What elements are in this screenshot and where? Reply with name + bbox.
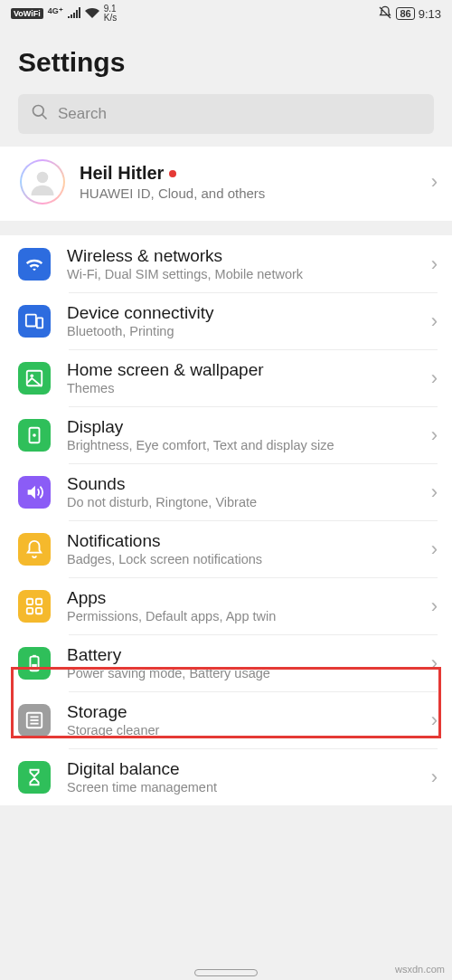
row-title: Wireless & networks <box>67 246 415 266</box>
clock: 9:13 <box>419 7 441 21</box>
search-placeholder: Search <box>58 105 107 123</box>
display-icon <box>18 419 51 452</box>
dnd-icon <box>378 5 392 23</box>
svg-rect-10 <box>36 598 42 604</box>
picture-icon <box>18 362 51 395</box>
svg-point-0 <box>33 105 44 116</box>
settings-row-digital[interactable]: Digital balanceScreen time management› <box>0 748 452 805</box>
wifi-icon <box>18 248 51 281</box>
sound-icon <box>18 476 51 509</box>
notification-dot-icon <box>169 170 176 177</box>
svg-rect-5 <box>27 370 42 385</box>
row-subtitle: Do not disturb, Ringtone, Vibrate <box>67 495 415 509</box>
row-title: Digital balance <box>67 759 415 779</box>
vowifi-badge: VoWiFi <box>11 8 43 19</box>
settings-row-notif[interactable]: NotificationsBadges, Lock screen notific… <box>0 520 452 577</box>
settings-row-devconn[interactable]: Device connectivityBluetooth, Printing› <box>0 292 452 349</box>
svg-rect-4 <box>37 318 42 328</box>
chevron-right-icon: › <box>431 252 438 276</box>
search-input[interactable]: Search <box>18 94 434 134</box>
row-title: Apps <box>67 588 415 608</box>
battery-icon <box>18 647 51 680</box>
hourglass-icon <box>18 761 51 794</box>
svg-point-8 <box>33 433 36 437</box>
bell-icon <box>18 533 51 566</box>
row-subtitle: Screen time management <box>67 780 415 794</box>
row-subtitle: Storage cleaner <box>67 723 415 737</box>
profile-subtitle: HUAWEI ID, Cloud, and others <box>80 186 417 201</box>
chevron-right-icon: › <box>431 709 438 732</box>
svg-point-6 <box>30 374 33 377</box>
avatar <box>20 159 65 205</box>
chevron-right-icon: › <box>431 538 438 561</box>
chevron-right-icon: › <box>431 309 438 333</box>
settings-row-sounds[interactable]: SoundsDo not disturb, Ringtone, Vibrate› <box>0 463 452 520</box>
settings-row-homescreen[interactable]: Home screen & wallpaperThemes› <box>0 349 452 406</box>
svg-point-2 <box>37 172 49 184</box>
row-subtitle: Permissions, Default apps, App twin <box>67 609 415 623</box>
row-title: Sounds <box>67 474 415 494</box>
svg-rect-3 <box>26 314 36 326</box>
settings-row-storage[interactable]: StorageStorage cleaner› <box>0 691 452 748</box>
row-subtitle: Power saving mode, Battery usage <box>67 666 415 680</box>
wifi-status-icon <box>85 7 99 21</box>
settings-row-display[interactable]: DisplayBrightness, Eye comfort, Text and… <box>0 406 452 463</box>
svg-rect-11 <box>27 607 33 613</box>
settings-list: Wireless & networksWi-Fi, Dual SIM setti… <box>0 235 452 805</box>
row-title: Storage <box>67 702 415 722</box>
chevron-right-icon: › <box>431 595 438 618</box>
battery-indicator: 86 <box>396 7 414 20</box>
svg-rect-9 <box>27 598 33 604</box>
profile-name: Heil Hitler <box>80 163 164 184</box>
status-bar: VoWiFi 4G⁺ 9.1K/s 86 9:13 <box>0 0 452 27</box>
row-subtitle: Bluetooth, Printing <box>67 324 415 338</box>
row-title: Display <box>67 417 415 437</box>
chevron-right-icon: › <box>431 423 438 447</box>
row-title: Battery <box>67 645 415 665</box>
settings-row-wireless[interactable]: Wireless & networksWi-Fi, Dual SIM setti… <box>0 235 452 292</box>
row-subtitle: Themes <box>67 381 415 395</box>
profile-row[interactable]: Heil Hitler HUAWEI ID, Cloud, and others… <box>0 147 452 221</box>
svg-rect-12 <box>36 607 42 613</box>
speed-indicator: 9.1K/s <box>104 5 117 23</box>
chevron-right-icon: › <box>431 766 438 789</box>
row-subtitle: Brightness, Eye comfort, Text and displa… <box>67 438 415 452</box>
page-title: Settings <box>18 47 434 78</box>
chevron-right-icon: › <box>431 170 438 194</box>
chevron-right-icon: › <box>431 652 438 675</box>
page-header: Settings <box>0 27 452 94</box>
row-title: Home screen & wallpaper <box>67 360 415 380</box>
svg-rect-15 <box>32 663 37 669</box>
storage-icon <box>18 704 51 737</box>
svg-rect-14 <box>33 654 36 656</box>
signal-bars-icon <box>68 7 80 21</box>
row-title: Notifications <box>67 531 415 551</box>
search-icon <box>31 103 49 126</box>
devices-icon <box>18 305 51 338</box>
home-indicator <box>194 969 258 976</box>
row-subtitle: Wi-Fi, Dual SIM settings, Mobile network <box>67 267 415 281</box>
row-subtitle: Badges, Lock screen notifications <box>67 552 415 566</box>
settings-row-apps[interactable]: AppsPermissions, Default apps, App twin› <box>0 577 452 634</box>
watermark: wsxdn.com <box>395 964 445 975</box>
network-4g: 4G⁺ <box>48 6 63 15</box>
apps-icon <box>18 590 51 623</box>
row-title: Device connectivity <box>67 303 415 323</box>
chevron-right-icon: › <box>431 366 438 390</box>
settings-row-battery[interactable]: BatteryPower saving mode, Battery usage› <box>0 634 452 691</box>
svg-line-1 <box>42 114 47 119</box>
chevron-right-icon: › <box>431 480 438 504</box>
